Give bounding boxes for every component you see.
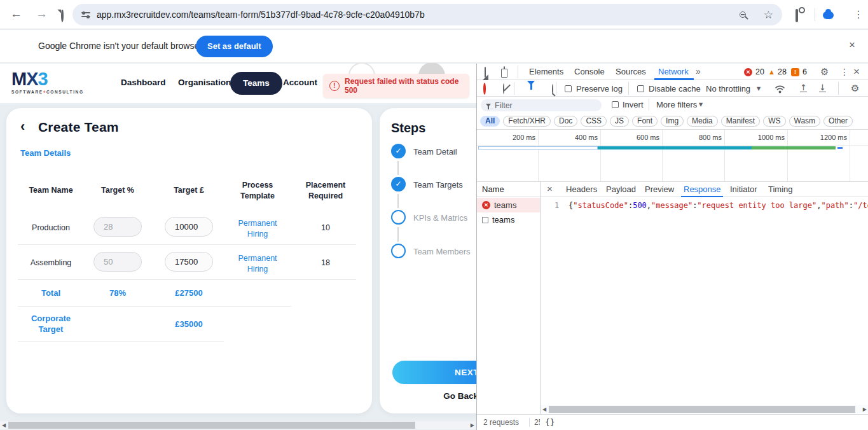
step-check-icon[interactable]: ✓	[391, 144, 406, 158]
name-column-header[interactable]: Name	[482, 184, 504, 194]
reload-icon[interactable]	[61, 9, 64, 22]
more-tabs-icon[interactable]: »	[696, 66, 701, 76]
invert-checkbox[interactable]	[612, 101, 619, 108]
scroll-right-icon[interactable]: ▶	[863, 406, 867, 412]
browser-menu-icon[interactable]: ⋮	[853, 8, 864, 20]
filter-chip-doc[interactable]: Doc	[554, 116, 577, 127]
url-text[interactable]: app.mx3recruitdev.com/teams/team-form/51…	[97, 10, 425, 20]
page-hscrollbar[interactable]: ◀ ▶	[0, 421, 476, 429]
devtools-close-icon[interactable]: ×	[853, 66, 860, 78]
app-logo[interactable]: MX3 SOFTWARE+CONSULTING	[11, 69, 84, 94]
error-count-icon[interactable]: ×	[744, 68, 752, 76]
step-team-members[interactable]: Team Members	[413, 247, 471, 256]
request-row-failed[interactable]: × teams	[477, 198, 540, 212]
settings-gear-icon[interactable]: ⚙	[820, 66, 829, 78]
preserve-log-label[interactable]: Preserve log	[576, 84, 623, 94]
error-count[interactable]: 20	[755, 67, 764, 76]
tab-elements[interactable]: Elements	[529, 67, 563, 76]
import-har-icon[interactable]: ↑	[800, 83, 807, 92]
warning-count[interactable]: 28	[778, 67, 787, 76]
invert-label[interactable]: Invert	[623, 100, 644, 109]
clear-icon[interactable]	[503, 83, 504, 94]
back-icon[interactable]: ←	[10, 7, 22, 21]
tab-network[interactable]: Network	[658, 67, 689, 76]
devtools-menu-icon[interactable]: ⋮	[840, 67, 849, 77]
filter-input[interactable]: Filter	[481, 99, 602, 111]
step-team-detail[interactable]: Team Detail	[413, 147, 457, 156]
set-as-default-button[interactable]: Set as default	[196, 36, 273, 57]
request-row[interactable]: teams	[477, 212, 540, 227]
detail-tab-initiator[interactable]: Initiator	[730, 184, 757, 194]
filter-chip-img[interactable]: Img	[661, 116, 684, 127]
detail-tab-headers[interactable]: Headers	[566, 184, 597, 194]
close-detail-icon[interactable]: ×	[547, 183, 553, 194]
scrollbar-thumb[interactable]	[8, 422, 415, 429]
more-filters-label[interactable]: More filters	[656, 100, 697, 109]
record-icon[interactable]	[483, 83, 486, 95]
device-toolbar-icon[interactable]	[504, 66, 505, 77]
filter-chip-js[interactable]: JS	[610, 116, 629, 127]
throttling-select[interactable]: No throttling	[706, 84, 750, 94]
banner-close-icon[interactable]: ×	[849, 39, 855, 52]
network-conditions-icon[interactable]	[775, 85, 785, 94]
step-circle-icon[interactable]	[391, 244, 406, 258]
inspect-element-icon[interactable]	[485, 67, 486, 78]
tab-sources[interactable]: Sources	[616, 67, 646, 76]
nav-account[interactable]: Account	[283, 78, 317, 87]
target-pct-input[interactable]: 50	[93, 252, 142, 272]
disable-cache-label[interactable]: Disable cache	[649, 84, 701, 94]
dropdown-arrow-icon[interactable]: ▼	[699, 102, 703, 108]
scroll-left-icon[interactable]: ◀	[542, 406, 546, 412]
detail-tab-response[interactable]: Response	[684, 184, 721, 194]
filter-chip-wasm[interactable]: Wasm	[789, 116, 821, 127]
scrollbar-thumb[interactable]	[549, 406, 855, 413]
issues-icon[interactable]: !	[791, 68, 799, 76]
filter-chip-ws[interactable]: WS	[763, 116, 785, 127]
target-gbp-input[interactable]: 17500	[165, 252, 213, 272]
warning-count-icon[interactable]: ▲	[768, 68, 775, 76]
search-icon[interactable]	[552, 84, 553, 95]
nav-organisation[interactable]: Organisation	[178, 78, 231, 87]
dropdown-arrow-icon[interactable]: ▼	[757, 86, 761, 92]
back-chevron-icon[interactable]: ‹	[20, 118, 25, 135]
tab-console[interactable]: Console	[574, 67, 605, 76]
step-kpis-matrics[interactable]: KPIs & Matrics	[413, 213, 467, 223]
export-har-icon[interactable]: ↓	[819, 83, 826, 92]
nav-teams[interactable]: Teams	[230, 72, 282, 95]
detail-tab-payload[interactable]: Payload	[606, 184, 636, 194]
step-check-icon[interactable]: ✓	[391, 177, 406, 191]
site-settings-icon[interactable]	[81, 10, 90, 19]
filter-chip-font[interactable]: Font	[632, 116, 658, 127]
response-hscrollbar[interactable]: ◀ ▶	[541, 405, 868, 413]
scroll-left-icon[interactable]: ◀	[2, 422, 6, 428]
issues-count[interactable]: 6	[803, 67, 807, 76]
bookmark-star-icon[interactable]: ☆	[764, 8, 773, 21]
address-bar[interactable]: app.mx3recruitdev.com/teams/team-form/51…	[72, 4, 782, 25]
process-template-link[interactable]: PermanentHiring	[232, 218, 283, 240]
filter-chip-all[interactable]: All	[480, 116, 500, 127]
filter-icon[interactable]	[527, 81, 535, 95]
process-template-link[interactable]: PermanentHiring	[232, 253, 283, 275]
filter-chip-css[interactable]: CSS	[581, 116, 607, 127]
target-pct-input[interactable]: 28	[93, 217, 142, 237]
format-json-icon[interactable]: {}	[545, 417, 555, 427]
disable-cache-checkbox[interactable]	[637, 85, 644, 92]
nav-dashboard[interactable]: Dashboard	[121, 78, 166, 87]
filter-chip-manifest[interactable]: Manifest	[721, 116, 760, 127]
target-gbp-input[interactable]: 10000	[165, 217, 213, 237]
step-team-targets[interactable]: Team Targets	[413, 180, 463, 190]
extensions-icon[interactable]	[796, 9, 798, 22]
go-back-button[interactable]: Go Back	[392, 391, 478, 401]
step-circle-icon[interactable]	[391, 210, 406, 225]
timeline-overview[interactable]: 200 ms 400 ms 600 ms 800 ms 1000 ms 1200…	[477, 130, 868, 182]
team-details-link[interactable]: Team Details	[20, 148, 71, 158]
preserve-log-checkbox[interactable]	[565, 85, 572, 92]
filter-chip-other[interactable]: Other	[823, 116, 853, 127]
zoom-out-icon[interactable]	[740, 11, 746, 18]
detail-tab-preview[interactable]: Preview	[645, 184, 674, 194]
network-settings-icon[interactable]: ⚙	[851, 83, 859, 94]
scroll-right-icon[interactable]: ▶	[471, 422, 474, 428]
detail-tab-timing[interactable]: Timing	[768, 184, 793, 194]
response-viewer[interactable]: 1 {"statusCode":500,"message":"request e…	[541, 197, 868, 405]
forward-icon[interactable]: →	[36, 7, 48, 21]
